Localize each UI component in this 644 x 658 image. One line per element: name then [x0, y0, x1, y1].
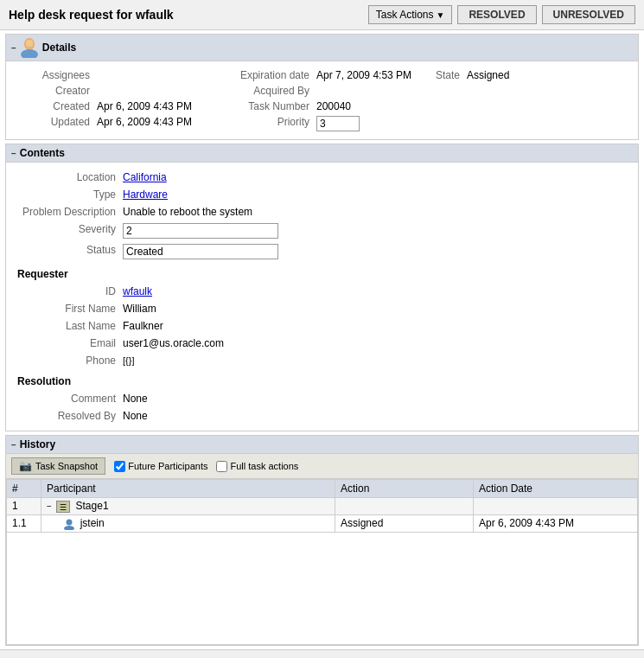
- contents-section: − Contents Location California Type Hard…: [5, 144, 639, 431]
- row1-action: [335, 498, 474, 515]
- avatar: [20, 37, 39, 58]
- full-task-actions-checkbox-label[interactable]: Full task actions: [216, 461, 298, 472]
- contents-toggle-icon[interactable]: −: [11, 149, 16, 158]
- future-participants-checkbox[interactable]: [114, 461, 125, 472]
- details-section-header: − Details: [6, 35, 638, 61]
- requester-label: Requester: [17, 265, 68, 280]
- assignees-value: [94, 68, 224, 82]
- col-participant: Participant: [41, 480, 335, 498]
- col-action: Action: [335, 480, 474, 498]
- updated-value: Apr 6, 2009 4:43 PM: [94, 115, 224, 132]
- header-actions: Task Actions ▼ RESOLVED UNRESOLVED: [368, 5, 635, 24]
- task-number-label: Task Number: [226, 99, 312, 113]
- task-actions-button[interactable]: Task Actions ▼: [368, 5, 453, 24]
- created-label: Created: [15, 99, 92, 113]
- stage-icon: ☰: [56, 501, 70, 513]
- user-icon: [63, 518, 75, 530]
- comment-value: None: [120, 391, 629, 406]
- row11-participant: jstein: [41, 514, 335, 532]
- details-section: − Details Assignees Expiration date Apr …: [5, 34, 639, 140]
- col-action-date: Action Date: [474, 480, 638, 498]
- acquired-by-label: Acquired By: [226, 84, 312, 98]
- expiration-date-label: Expiration date: [226, 68, 312, 82]
- type-label: Type: [15, 187, 118, 202]
- page-title: Help desk request for wfaulk: [9, 8, 174, 22]
- history-table: # Participant Action Action Date 1 − ☰ S…: [6, 479, 638, 645]
- id-value[interactable]: wfaulk: [120, 284, 629, 299]
- add-button[interactable]: +: [612, 654, 622, 658]
- history-toolbar: 📷 Task Snapshot Future Participants Full…: [6, 454, 638, 479]
- future-participants-checkbox-label[interactable]: Future Participants: [114, 461, 207, 472]
- snapshot-icon: 📷: [19, 460, 32, 472]
- page-header: Help desk request for wfaulk Task Action…: [0, 0, 644, 30]
- details-table: Assignees Expiration date Apr 7, 2009 4:…: [13, 67, 631, 134]
- type-value[interactable]: Hardware: [120, 187, 629, 202]
- svg-point-5: [64, 526, 74, 530]
- expand-icon[interactable]: −: [47, 501, 52, 511]
- assignees-label: Assignees: [15, 68, 92, 82]
- contents-section-label: Contents: [20, 147, 65, 159]
- row1-action-date: [474, 498, 638, 515]
- details-body: Assignees Expiration date Apr 7, 2009 4:…: [6, 61, 638, 139]
- dropdown-arrow-icon: ▼: [437, 10, 445, 20]
- table-row: 1 − ☰ Stage1: [7, 498, 638, 515]
- history-section-header: − History: [6, 436, 638, 454]
- full-task-actions-checkbox[interactable]: [216, 461, 227, 472]
- creator-value: [94, 84, 224, 98]
- svg-point-4: [67, 519, 73, 525]
- resolved-by-label: Resolved By: [15, 408, 118, 424]
- location-value[interactable]: California: [120, 169, 629, 185]
- priority-input[interactable]: [316, 116, 360, 131]
- state-label: State: [428, 68, 462, 82]
- status-input[interactable]: [123, 244, 278, 259]
- delete-button[interactable]: ✕: [626, 655, 637, 658]
- history-body: 📷 Task Snapshot Future Participants Full…: [6, 454, 638, 645]
- severity-input[interactable]: [123, 223, 278, 239]
- severity-value: [120, 221, 629, 240]
- priority-label: Priority: [226, 115, 312, 132]
- resolution-label: Resolution: [17, 372, 71, 387]
- comment-label: Comment: [15, 391, 118, 406]
- status-label: Status: [15, 242, 118, 261]
- task-snapshot-button[interactable]: 📷 Task Snapshot: [11, 457, 105, 475]
- row11-action: Assigned: [335, 514, 474, 532]
- acquired-by-value: [314, 84, 426, 98]
- history-section: − History 📷 Task Snapshot Future Partici…: [5, 435, 639, 646]
- row11-num: 1.1: [7, 514, 41, 532]
- id-label: ID: [15, 284, 118, 299]
- last-name-label: Last Name: [15, 318, 118, 334]
- email-label: Email: [15, 335, 118, 351]
- contents-section-header: − Contents: [6, 144, 638, 163]
- col-num: #: [7, 480, 41, 498]
- bottom-bar: + Comments + Attachments + ✕: [0, 649, 644, 658]
- table-row: 1.1 jstein Assigned Apr 6, 2009 4:43 PM: [7, 514, 638, 532]
- created-value: Apr 6, 2009 4:43 PM: [94, 99, 224, 113]
- history-empty-row: [7, 532, 638, 644]
- unresolved-button[interactable]: UNRESOLVED: [542, 5, 635, 24]
- location-label: Location: [15, 169, 118, 185]
- history-toggle-icon[interactable]: −: [11, 440, 16, 450]
- phone-icon: [{}]: [123, 355, 134, 366]
- status-value: [120, 242, 629, 261]
- resolved-by-value: None: [120, 408, 629, 424]
- last-name-value: Faulkner: [120, 318, 629, 334]
- expiration-date-value: Apr 7, 2009 4:53 PM: [314, 68, 426, 82]
- state-value: Assigned: [464, 68, 629, 82]
- phone-label: Phone: [15, 353, 118, 368]
- details-section-label: Details: [42, 42, 76, 54]
- creator-label: Creator: [15, 84, 92, 98]
- updated-label: Updated: [15, 115, 92, 132]
- details-toggle-icon[interactable]: −: [11, 43, 16, 53]
- first-name-label: First Name: [15, 301, 118, 316]
- task-number-value: 200040: [314, 99, 426, 113]
- priority-value: [314, 115, 426, 132]
- first-name-value: William: [120, 301, 629, 316]
- svg-point-2: [21, 49, 38, 58]
- bottom-actions: + ✕: [612, 654, 637, 658]
- row1-num: 1: [7, 498, 41, 515]
- row11-action-date: Apr 6, 2009 4:43 PM: [474, 514, 638, 532]
- svg-point-3: [26, 40, 33, 47]
- resolved-button[interactable]: RESOLVED: [457, 5, 536, 24]
- severity-label: Severity: [15, 221, 118, 240]
- problem-description-value: Unable to reboot the system: [120, 204, 629, 220]
